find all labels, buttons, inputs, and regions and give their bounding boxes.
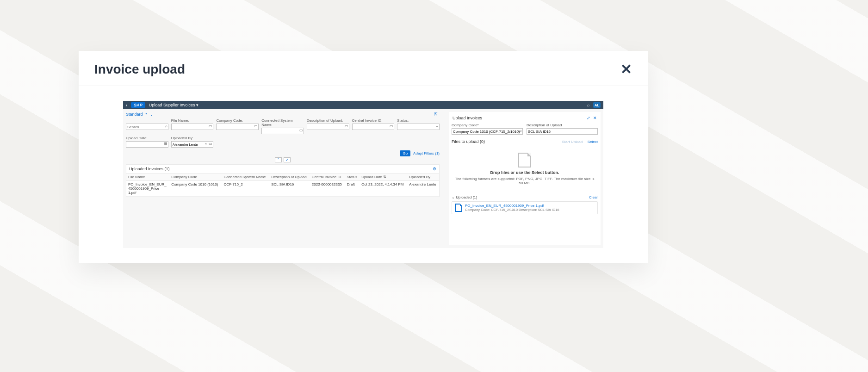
cell-upload-date: Oct 23, 2022, 4:14:34 PM: [360, 181, 407, 197]
status-select[interactable]: [397, 124, 440, 130]
modal-title: Invoice upload: [94, 62, 185, 77]
col-company-code[interactable]: Company Code: [169, 174, 222, 181]
dropzone-subtext: The following formats are supported: PDF…: [453, 177, 596, 185]
sort-desc-icon: ⇅: [383, 175, 386, 179]
sap-topbar: ‹ SAP Upload Supplier Invoices ▾ ⌕ AL: [123, 101, 603, 109]
fullscreen-icon[interactable]: ⤢: [587, 116, 590, 120]
chevron-down-icon: ⌄: [452, 195, 455, 199]
uploaded-by-input[interactable]: [171, 141, 214, 148]
collapse-icon-left[interactable]: ⌃: [275, 157, 282, 162]
calendar-icon[interactable]: ▦: [164, 142, 167, 146]
cell-file-name: PO_Invoice_EN_EUR_4500001909_Price-1.pdf: [126, 181, 169, 197]
uploaded-invoices-table: Uploaded Invoices (1) ⚙ File Name Compan…: [126, 164, 440, 197]
col-file-name[interactable]: File Name: [126, 174, 169, 181]
valuehelp-icon[interactable]: ▭: [254, 124, 258, 128]
search-icon[interactable]: ⌕: [587, 103, 589, 107]
cell-company-code: Company Code 1010 (1010): [169, 181, 222, 197]
central-invoice-input[interactable]: [352, 124, 395, 130]
uploaded-by-label: Uploaded By:: [171, 136, 214, 140]
collapse-filter-bar: ⌃ ⤢: [126, 157, 440, 162]
chevron-down-icon: ⌄: [150, 112, 153, 117]
close-icon[interactable]: ✕: [620, 61, 632, 77]
select-link[interactable]: Select: [588, 140, 598, 144]
upload-panel-title: Upload Invoices: [453, 116, 482, 120]
clear-link[interactable]: Clear: [589, 195, 598, 199]
description-input[interactable]: [307, 124, 349, 130]
valuehelp-icon[interactable]: ▭: [390, 124, 393, 128]
valuehelp-icon[interactable]: ▭: [345, 124, 348, 128]
upload-invoices-panel: Upload Invoices ⤢ ✕ Company Code* ▭: [449, 112, 601, 245]
app-title[interactable]: Upload Supplier Invoices ▾: [149, 103, 198, 107]
file-name-label: File Name:: [171, 118, 214, 123]
company-code-label: Company Code:: [216, 118, 259, 123]
col-status[interactable]: Status: [345, 174, 360, 181]
cc-input[interactable]: [452, 128, 523, 135]
col-connected-system[interactable]: Connected System Name: [222, 174, 269, 181]
table-row[interactable]: PO_Invoice_EN_EUR_4500001909_Price-1.pdf…: [126, 181, 439, 197]
files-to-upload-title: Files to upload (0): [452, 139, 485, 144]
cell-uploaded-by: Alexandre Lente: [407, 181, 439, 197]
table-title: Uploaded Invoices (1): [129, 167, 170, 171]
valuehelp-icon[interactable]: ▭: [518, 129, 522, 133]
central-invoice-label: Central Invoice ID:: [352, 118, 395, 123]
variant-selector[interactable]: Standard * ⌄ ⇱: [126, 112, 440, 117]
search-glass-icon[interactable]: ⌕: [165, 124, 167, 128]
col-upload-date[interactable]: Upload Date⇅: [360, 174, 407, 181]
file-name-input[interactable]: [171, 124, 214, 130]
cell-central-invoice: 2022-0000032335: [310, 181, 345, 197]
dropzone[interactable]: Drop files or use the Select button. The…: [452, 146, 598, 191]
token-remove-icon[interactable]: ×: [205, 142, 207, 146]
chevron-down-icon[interactable]: ⌄: [435, 124, 439, 128]
modal-header: Invoice upload ✕: [79, 51, 648, 86]
modal-invoice-upload: Invoice upload ✕ ‹ SAP Upload Supplier I…: [79, 51, 648, 263]
col-description[interactable]: Description of Upload: [269, 174, 310, 181]
table-header-row: File Name Company Code Connected System …: [126, 174, 439, 181]
cc-label: Company Code*: [452, 123, 523, 127]
start-upload-link[interactable]: Start Upload: [562, 140, 583, 144]
company-code-input[interactable]: [216, 124, 259, 130]
connected-system-label: Connected System Name:: [261, 118, 304, 127]
desc-label: Description of Upload: [527, 123, 598, 127]
go-button[interactable]: Go: [400, 150, 410, 156]
cell-connected-system: CCF-715_2: [222, 181, 269, 197]
variant-modified-star: *: [146, 112, 148, 117]
valuehelp-icon[interactable]: ▭: [299, 128, 303, 132]
uploaded-file-name: PO_Invoice_EN_EUR_4500001909_Price-1.pdf: [465, 204, 559, 208]
uploaded-section-title[interactable]: ⌄ Uploaded (1): [452, 195, 477, 199]
sap-logo: SAP: [131, 102, 145, 108]
variant-name: Standard: [126, 112, 143, 117]
upload-date-label: Upload Date:: [126, 136, 168, 140]
share-icon[interactable]: ⇱: [434, 112, 438, 117]
uploaded-file-card[interactable]: PO_Invoice_EN_EUR_4500001909_Price-1.pdf…: [452, 201, 598, 214]
sap-shell: ‹ SAP Upload Supplier Invoices ▾ ⌕ AL St…: [123, 101, 603, 248]
connected-system-input[interactable]: [261, 128, 304, 134]
uploaded-file-meta: Company Code: CCF-715_2/1010 Description…: [465, 208, 559, 212]
desc-input[interactable]: [527, 128, 598, 135]
cell-status: Draft: [345, 181, 360, 197]
col-uploaded-by[interactable]: Uploaded By: [407, 174, 439, 181]
status-label: Status:: [397, 118, 440, 123]
user-avatar[interactable]: AL: [593, 102, 601, 108]
valuehelp-icon[interactable]: ▭: [209, 142, 212, 146]
collapse-icon-right[interactable]: ⤢: [284, 157, 291, 162]
upload-date-input[interactable]: [126, 141, 168, 148]
document-icon: [518, 153, 531, 167]
col-central-invoice[interactable]: Central Invoice ID: [310, 174, 345, 181]
valuehelp-icon[interactable]: ▭: [209, 124, 212, 128]
description-label: Description of Upload:: [307, 118, 349, 123]
file-icon: [455, 204, 462, 212]
cell-description: SCL SIA ID16: [269, 181, 310, 197]
search-label: [126, 118, 168, 123]
back-icon[interactable]: ‹: [126, 103, 127, 108]
close-panel-icon[interactable]: ✕: [593, 116, 597, 120]
search-input[interactable]: [126, 124, 168, 130]
dropzone-text: Drop files or use the Select button.: [453, 170, 596, 175]
adapt-filters-link[interactable]: Adapt Filters (1): [413, 151, 440, 155]
gear-icon[interactable]: ⚙: [433, 167, 436, 171]
